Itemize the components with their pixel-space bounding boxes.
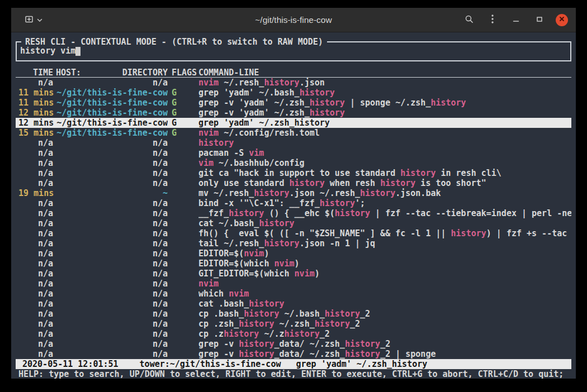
- row-directory: n/a: [53, 158, 168, 168]
- close-button[interactable]: [556, 14, 568, 26]
- row-time: n/a: [18, 339, 53, 349]
- row-time: 11 mins: [18, 88, 53, 98]
- row-directory: n/a: [53, 148, 168, 158]
- row-command: grep 'yadm' ~/.bash_history: [198, 88, 571, 98]
- row-flags: [168, 259, 198, 269]
- row-time: n/a: [18, 309, 53, 319]
- history-row[interactable]: n/an/ahistory: [16, 138, 571, 148]
- row-directory: n/a: [53, 279, 168, 289]
- history-row[interactable]: n/an/atail ~/.resh_history.json -n 1 | j…: [16, 238, 571, 248]
- row-time: n/a: [18, 158, 53, 168]
- help-line: HELP: type to search, UP/DOWN to select,…: [16, 369, 571, 379]
- match-highlight: vim: [198, 158, 214, 168]
- search-input[interactable]: history vim: [20, 46, 570, 56]
- row-directory: n/a: [53, 238, 168, 248]
- titlebar: ~/git/this-is-fine-cow: [11, 8, 576, 32]
- history-row[interactable]: n/an/aonly use standard history when res…: [16, 178, 571, 188]
- row-flags: [168, 349, 198, 359]
- search-button[interactable]: [462, 13, 476, 27]
- row-command: vim ~/.bashhub/config: [198, 158, 571, 168]
- col-header-host-directory: HOST:DIRECTORY: [53, 68, 168, 78]
- row-directory: ~/git/this-is-fine-cow: [53, 128, 168, 138]
- row-time: n/a: [18, 238, 53, 248]
- row-time: n/a: [18, 198, 53, 208]
- new-tab-icon: [25, 15, 34, 25]
- row-flags: [168, 339, 198, 349]
- match-highlight: vim: [249, 148, 264, 158]
- row-time: n/a: [18, 138, 53, 148]
- row-time: n/a: [18, 279, 53, 289]
- history-row[interactable]: n/an/acat ~/.bash_history: [16, 218, 571, 228]
- history-row[interactable]: 11 mins~/git/this-is-fine-cowGgrep 'yadm…: [16, 88, 571, 98]
- history-row[interactable]: n/an/agrep -v history_data/ ~/.zsh_histo…: [16, 339, 571, 349]
- search-icon: [465, 15, 474, 26]
- row-command: __fzf_history () { __ehc $(history | fzf…: [198, 208, 571, 218]
- match-highlight: history: [244, 309, 279, 319]
- history-row[interactable]: n/an/afh() { eval $( ([ -n "$ZSH_NAME" ]…: [16, 228, 571, 238]
- minimize-button[interactable]: [509, 13, 523, 27]
- row-directory: ~: [53, 188, 168, 198]
- history-row[interactable]: 11 mins~/git/this-is-fine-cowGgrep -v 'y…: [16, 98, 571, 108]
- match-highlight: history: [239, 339, 274, 349]
- row-command: bind -x '"\C-x1": __fzf_history';: [198, 198, 571, 208]
- row-flags: [168, 208, 198, 218]
- new-tab-button[interactable]: [21, 12, 46, 27]
- match-highlight: history: [380, 178, 415, 188]
- history-rows: n/an/anvim ~/.resh_history.json11 mins~/…: [16, 78, 571, 359]
- row-directory: n/a: [53, 269, 168, 279]
- status-datetime: 2020-05-11 12:01:51: [22, 359, 119, 369]
- history-row[interactable]: n/an/aEDITOR=$(nvim): [16, 248, 571, 259]
- match-highlight: nvim: [244, 248, 264, 259]
- history-row[interactable]: n/an/acat .bash_history: [16, 299, 571, 309]
- menu-button[interactable]: [485, 13, 500, 27]
- history-row[interactable]: n/an/a__fzf_history () { __ehc $(history…: [16, 208, 571, 218]
- row-time: n/a: [18, 349, 53, 359]
- row-command: grep 'yadm' ~/.zsh_history: [198, 118, 571, 128]
- history-row[interactable]: 19 mins~mv ~/.resh_history.json ~/.resh_…: [16, 188, 571, 198]
- row-command: nvim ~/.config/resh.toml: [198, 128, 571, 138]
- row-flags: G: [168, 88, 198, 98]
- history-row[interactable]: n/an/acp .zsh_history ~/.zsh_history_2: [16, 319, 571, 329]
- search-box: RESH CLI - CONTEXTUAL MODE - (CTRL+R to …: [16, 41, 571, 61]
- col-header-command: COMMAND-LINE: [198, 68, 571, 78]
- row-flags: [168, 78, 198, 88]
- history-row[interactable]: n/an/agrep -v history_data/ ~/.zsh_histo…: [16, 349, 571, 359]
- match-highlight: history: [300, 88, 335, 98]
- match-highlight: history: [400, 168, 435, 178]
- history-row[interactable]: n/an/avim ~/.bashhub/config: [16, 158, 571, 168]
- history-row[interactable]: n/an/aGIT_EDITOR=$(which nvim): [16, 269, 571, 279]
- history-row[interactable]: 12 mins~/git/this-is-fine-cowGgrep -v 'y…: [16, 108, 571, 118]
- history-row[interactable]: n/an/anvim: [16, 279, 571, 289]
- history-row[interactable]: n/an/acp .bash_history ~/.bash_history_2: [16, 309, 571, 319]
- history-row[interactable]: n/an/awhich nvim: [16, 289, 571, 299]
- terminal-window: ~/git/this-is-fine-cow: [11, 8, 576, 379]
- history-row[interactable]: n/an/abind -x '"\C-x1": __fzf_history';: [16, 198, 571, 208]
- row-time: 19 mins: [18, 188, 53, 198]
- history-row[interactable]: n/an/agit ca "hack in support to use sta…: [16, 168, 571, 178]
- history-row[interactable]: n/an/aEDITOR=$(which nvim): [16, 259, 571, 269]
- history-row[interactable]: n/an/acp .zhistory ~/.zhistory_2: [16, 329, 571, 339]
- row-flags: [168, 289, 198, 299]
- row-time: n/a: [18, 269, 53, 279]
- restore-button[interactable]: [532, 13, 547, 27]
- match-highlight: history: [254, 188, 289, 198]
- row-command: grep -v 'yadm' ~/.zsh_history: [198, 108, 571, 118]
- history-row-selected[interactable]: 12 mins~/git/this-is-fine-cowGgrep 'yadm…: [16, 118, 571, 128]
- row-command: EDITOR=$(nvim): [198, 248, 571, 259]
- history-row[interactable]: n/an/anvim ~/.resh_history.json: [16, 78, 571, 88]
- row-flags: [168, 168, 198, 178]
- row-directory: ~/git/this-is-fine-cow: [53, 108, 168, 118]
- match-highlight: nvim: [295, 269, 315, 279]
- match-highlight: history: [285, 329, 320, 339]
- match-highlight: nvim: [274, 259, 294, 269]
- row-directory: ~/git/this-is-fine-cow: [53, 88, 168, 98]
- history-row[interactable]: 15 mins~/git/this-is-fine-cowGnvim ~/.co…: [16, 128, 571, 138]
- history-row[interactable]: n/an/apacman -S vim: [16, 148, 571, 158]
- match-highlight: nvim: [198, 279, 219, 289]
- close-icon: [558, 16, 565, 24]
- row-directory: n/a: [53, 198, 168, 208]
- row-directory: n/a: [53, 248, 168, 259]
- match-highlight: history: [335, 208, 370, 218]
- match-highlight: history: [320, 198, 355, 208]
- restore-icon: [536, 15, 543, 25]
